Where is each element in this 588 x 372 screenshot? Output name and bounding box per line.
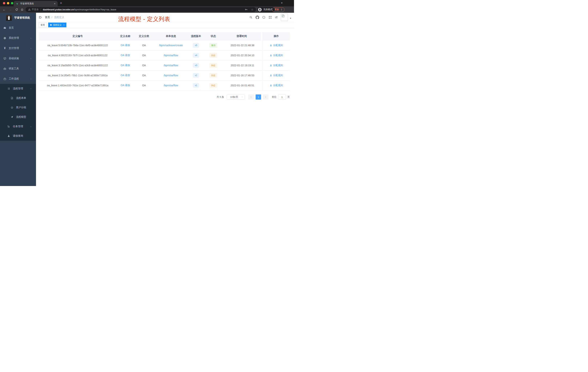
browser-tab[interactable]: 芋道管理系统 × xyxy=(14,1,58,6)
sidebar-item-workflow[interactable]: 工作流程 xyxy=(0,74,36,84)
sidebar-logo[interactable]: 芋道管理系统 xyxy=(0,13,36,23)
search-icon[interactable] xyxy=(249,16,252,19)
breadcrumb-current: 流程定义 xyxy=(54,16,64,19)
avatar[interactable] xyxy=(281,14,288,21)
sidebar-item-process-management[interactable]: 流程管理 xyxy=(0,84,36,93)
assign-rule-link[interactable]: 分配规则 xyxy=(270,84,283,87)
assign-rule-link[interactable]: 分配规则 xyxy=(270,74,283,77)
browser-tab-strip: 芋道管理系统 × + ▾ xyxy=(0,0,294,6)
column-header: 状态 xyxy=(204,34,222,38)
page-size-select[interactable]: 10条/页 xyxy=(227,94,245,99)
tag-home[interactable]: 首页 xyxy=(39,22,47,27)
page-size-value: 10条/页 xyxy=(230,95,238,99)
tag-close-icon[interactable]: × xyxy=(63,24,64,26)
broken-image-icon xyxy=(281,14,285,18)
active-dot xyxy=(50,24,52,26)
definition-id: oa_leave:1:482ec033-762a-11ec-8477-a2380… xyxy=(39,84,116,87)
form-link[interactable]: /bpm/oa/leave/create xyxy=(159,44,183,47)
chevron-down-icon xyxy=(30,57,32,60)
pagination: 共 5 条 10条/页 1 前往 页 xyxy=(39,94,290,99)
sidebar-item-dev-tools[interactable]: 研发工具 xyxy=(0,64,36,74)
sidebar-item-label: 支付管理 xyxy=(9,47,19,50)
update-label[interactable]: 更新 xyxy=(274,8,279,11)
hamburger-icon[interactable] xyxy=(39,16,42,19)
assign-rule-link[interactable]: 分配规则 xyxy=(270,54,283,57)
incognito-icon xyxy=(258,8,262,12)
breadcrumb-separator: / xyxy=(52,16,52,19)
goto-page-input[interactable] xyxy=(278,94,286,99)
version-tag: v2 xyxy=(193,73,199,77)
page-number-button[interactable]: 1 xyxy=(256,94,261,99)
column-header: 定义分类 xyxy=(134,34,154,38)
deploy-time: 2022-01-16 17:46:53 xyxy=(222,74,262,77)
sidebar-item-system[interactable]: 系统管理 xyxy=(0,33,36,43)
table-row-action: 分配规则 xyxy=(263,50,290,60)
new-tab-button[interactable]: + xyxy=(60,1,62,5)
action-column: 操作 分配规则 分配规则 xyxy=(262,32,290,90)
user-icon xyxy=(270,84,272,87)
column-header: 部署时间 xyxy=(222,34,261,38)
minimize-window-button[interactable] xyxy=(7,2,9,4)
browser-menu-dots-icon[interactable]: ⋮ xyxy=(280,8,283,11)
security-warning-label[interactable]: 不安全 xyxy=(32,8,39,11)
form-link[interactable]: /bpm/oa/flow xyxy=(164,84,178,87)
column-header: 定义编号 xyxy=(39,34,116,38)
tag-process-definition[interactable]: 流程定义 × xyxy=(48,22,66,27)
url-path: /bpm/manager/definition?key=oa_leave xyxy=(74,8,116,11)
tag-label: 流程定义 xyxy=(53,23,62,27)
breadcrumb-home-link[interactable]: 首页 xyxy=(45,16,50,19)
sidebar-item-payment[interactable]: ¥ 支付管理 xyxy=(0,43,36,53)
next-page-button[interactable] xyxy=(263,94,268,99)
sidebar-item-user-group[interactable]: 用户分组 xyxy=(0,103,36,112)
definition-name-link[interactable]: OA 请假 xyxy=(121,54,130,57)
definition-id: oa_leave:5:004b710b-7b8a-11ec-8ef0-acde4… xyxy=(39,44,116,47)
address-bar[interactable]: 不安全 dashboard.yudao.iocoder.cn/bpm/manag… xyxy=(25,7,256,12)
sidebar-item-leave-query[interactable]: 请假查询 xyxy=(0,131,36,141)
deploy-time: 2022-01-22 20:34:10 xyxy=(222,54,262,57)
sidebar-item-task-management[interactable]: 任务管理 xyxy=(0,122,36,131)
status-badge: 挂起 xyxy=(210,63,217,67)
sidebar-item-home[interactable]: 首页 xyxy=(0,23,36,33)
form-link[interactable]: /bpm/oa/flow xyxy=(164,64,178,67)
close-window-button[interactable] xyxy=(3,2,5,4)
favicon-sprout-icon xyxy=(16,2,19,5)
form-link[interactable]: /bpm/oa/flow xyxy=(164,54,178,57)
github-icon[interactable] xyxy=(256,16,259,19)
definition-name-link[interactable]: OA 请假 xyxy=(121,74,130,77)
definition-category: OA xyxy=(134,84,154,87)
app-title: 芋道管理系统 xyxy=(14,16,30,20)
prev-page-button[interactable] xyxy=(248,94,254,99)
sidebar-item-process-form[interactable]: 流程表单 xyxy=(0,93,36,103)
bookmark-star-icon[interactable]: ☆ xyxy=(251,8,253,11)
tab-search-chevron-icon[interactable]: ▾ xyxy=(281,2,283,4)
help-icon[interactable] xyxy=(262,16,265,19)
tab-close-icon[interactable]: × xyxy=(54,2,55,5)
sidebar-item-label: 流程模型 xyxy=(16,115,26,119)
status-badge: 挂起 xyxy=(210,83,217,88)
reload-button[interactable] xyxy=(14,6,19,13)
form-link[interactable]: /bpm/oa/flow xyxy=(164,74,178,77)
home-button[interactable] xyxy=(20,6,24,13)
avatar-caret-icon[interactable]: ▾ xyxy=(290,17,291,20)
definition-name-link[interactable]: OA 请假 xyxy=(121,84,130,87)
chevron-down-icon xyxy=(30,37,32,40)
forward-button[interactable]: → xyxy=(8,6,13,13)
chevron-down-icon xyxy=(241,96,243,98)
font-size-icon[interactable]: TT xyxy=(275,16,278,19)
person-icon xyxy=(7,134,10,137)
chrome-update-button[interactable]: 更新 ⋮ xyxy=(272,7,284,12)
passwords-key-icon[interactable] xyxy=(245,8,248,11)
back-button[interactable]: ← xyxy=(2,6,7,13)
zoom-window-button[interactable] xyxy=(11,2,13,4)
definition-name-link[interactable]: OA 请假 xyxy=(121,44,130,47)
security-warning-icon[interactable] xyxy=(28,8,31,11)
column-header: 流程版本 xyxy=(188,34,204,38)
fullscreen-icon[interactable] xyxy=(269,16,272,19)
assign-rule-link[interactable]: 分配规则 xyxy=(270,64,283,67)
definition-name-link[interactable]: OA 请假 xyxy=(121,64,130,67)
sidebar-item-process-model[interactable]: 流程模型 xyxy=(0,112,36,122)
status-badge: 挂起 xyxy=(210,73,217,77)
assign-rule-link[interactable]: 分配规则 xyxy=(270,44,283,47)
sidebar-item-infrastructure[interactable]: 基础设施 xyxy=(0,53,36,64)
list-icon xyxy=(7,87,10,90)
